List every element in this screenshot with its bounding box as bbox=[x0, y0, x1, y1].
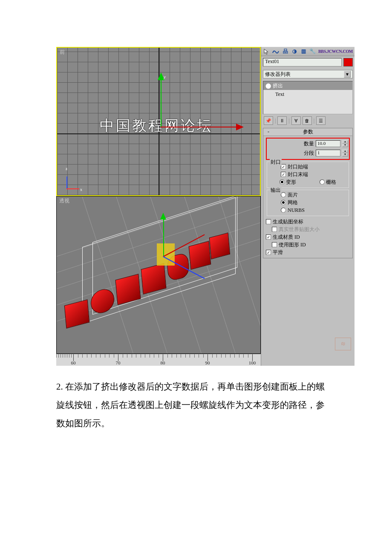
output-patch-label: 面片 bbox=[288, 191, 298, 199]
viewport-persp-label: 透视 bbox=[59, 197, 69, 205]
watermark: 中国教程网论坛 bbox=[100, 116, 213, 136]
real-world-label: 真实世界贴图大小 bbox=[279, 226, 320, 233]
real-world-checkbox bbox=[272, 227, 277, 232]
output-group-label: 输出 bbox=[270, 187, 282, 194]
modifier-stack[interactable]: ⬤ 挤出 Text bbox=[263, 81, 353, 114]
morph-label: 变形 bbox=[286, 179, 296, 186]
modifier-list-dropdown[interactable]: 修改器列表 ▾ bbox=[263, 70, 353, 78]
viewport-front-label: 前 bbox=[60, 49, 65, 56]
utilities-tab-icon[interactable]: 🔧 bbox=[309, 48, 316, 55]
cap-start-label: 封口始端 bbox=[288, 163, 308, 171]
grid-label: 栅格 bbox=[326, 179, 336, 186]
make-unique-icon[interactable]: ∀ bbox=[291, 116, 301, 125]
use-shape-checkbox[interactable] bbox=[272, 242, 277, 247]
object-name-input[interactable]: Text01 bbox=[263, 58, 342, 66]
pin-stack-icon[interactable]: 📌 bbox=[264, 116, 273, 125]
rollout-header[interactable]: - 参数 bbox=[263, 128, 352, 136]
motion-tab-icon[interactable]: ◑ bbox=[291, 48, 297, 55]
ruler-tick-label: 80 bbox=[161, 360, 165, 365]
gen-mat-checkbox[interactable] bbox=[266, 234, 271, 240]
stack-modifier-extrude[interactable]: 挤出 bbox=[273, 82, 283, 90]
ruler-tick-label: 90 bbox=[205, 360, 210, 365]
seal-stamp-icon: 印 bbox=[335, 338, 351, 350]
output-nurbs-label: NURBS bbox=[288, 207, 305, 214]
viewport-perspective[interactable]: 透视 bbox=[56, 196, 261, 354]
watermark-corner: BBS.JCWCN.COM bbox=[318, 49, 353, 54]
segments-spinner-arrows[interactable]: ▲▼ bbox=[342, 150, 348, 156]
output-mesh-label: 网格 bbox=[288, 199, 298, 206]
parameters-rollout: - 参数 数量 10.0 ▲▼ 分段 1 ▲▼ bbox=[263, 128, 353, 258]
output-nurbs-radio[interactable] bbox=[281, 208, 286, 213]
smooth-checkbox[interactable] bbox=[266, 250, 271, 255]
amount-spinner[interactable]: 10.0 bbox=[316, 140, 340, 147]
configure-sets-icon[interactable]: ☰ bbox=[316, 116, 326, 125]
grid-radio[interactable] bbox=[320, 179, 325, 185]
dropdown-caret-icon[interactable]: ▾ bbox=[344, 71, 351, 78]
select-arrow-icon[interactable] bbox=[263, 48, 269, 55]
screenshot: 前 y 中国教程网论坛 z x 透视 bbox=[56, 47, 355, 366]
amount-label: 数量 bbox=[295, 140, 314, 147]
gen-map-checkbox[interactable] bbox=[266, 219, 271, 224]
gen-mat-label: 生成材质 ID bbox=[273, 234, 300, 241]
cap-end-label: 封口末端 bbox=[288, 171, 308, 178]
tutorial-caption: 2. 在添加了挤出修改器后的文字数据后，再单击图形创建面板上的螺旋线按钮，然后在… bbox=[56, 378, 329, 433]
ruler-tick-label: 60 bbox=[71, 360, 76, 365]
ruler-tick-label: 70 bbox=[116, 360, 121, 365]
axis-arrow-x bbox=[236, 124, 244, 130]
axis-y-line bbox=[163, 219, 164, 257]
smooth-label: 平滑 bbox=[273, 249, 283, 256]
use-shape-label: 使用图形 ID bbox=[279, 241, 306, 249]
segments-spinner[interactable]: 1 bbox=[316, 150, 340, 156]
display-tab-icon[interactable]: ▥ bbox=[300, 48, 307, 55]
stack-base-text[interactable]: Text bbox=[263, 90, 352, 99]
time-ruler[interactable]: 60708090100 bbox=[56, 354, 261, 366]
gen-map-label: 生成贴图坐标 bbox=[273, 218, 303, 225]
segments-label: 分段 bbox=[295, 150, 314, 157]
modify-tab-icon[interactable] bbox=[272, 48, 280, 55]
ruler-tick-label: 100 bbox=[249, 360, 256, 365]
mini-axes-icon: z x bbox=[66, 172, 84, 189]
extruded-text-3d bbox=[61, 225, 240, 336]
morph-radio[interactable] bbox=[280, 179, 285, 185]
stack-visibility-icon[interactable]: ⬤ bbox=[263, 83, 273, 89]
command-panel: 品 ◑ ▥ 🔧 BBS.JCWCN.COM Text01 修改器列表 ▾ ⬤ bbox=[261, 47, 355, 366]
show-end-result-icon[interactable]: ⅠⅠ bbox=[277, 116, 287, 125]
modifier-list-label: 修改器列表 bbox=[265, 71, 291, 78]
viewport-front[interactable]: 前 y 中国教程网论坛 z x bbox=[56, 47, 261, 196]
stack-toolbar: 📌 | ⅠⅠ | ∀ 🗑 | ☰ bbox=[261, 115, 355, 126]
output-mesh-radio[interactable] bbox=[281, 200, 286, 205]
cap-group-label: 封口 bbox=[270, 159, 282, 166]
hierarchy-tab-icon[interactable]: 品 bbox=[282, 48, 288, 55]
cap-end-checkbox[interactable] bbox=[281, 172, 286, 177]
amount-spinner-arrows[interactable]: ▲▼ bbox=[342, 140, 348, 147]
remove-modifier-icon[interactable]: 🗑 bbox=[303, 116, 312, 125]
panel-tab-row: 品 ◑ ▥ 🔧 BBS.JCWCN.COM bbox=[261, 47, 355, 56]
object-color-swatch[interactable] bbox=[343, 58, 353, 66]
